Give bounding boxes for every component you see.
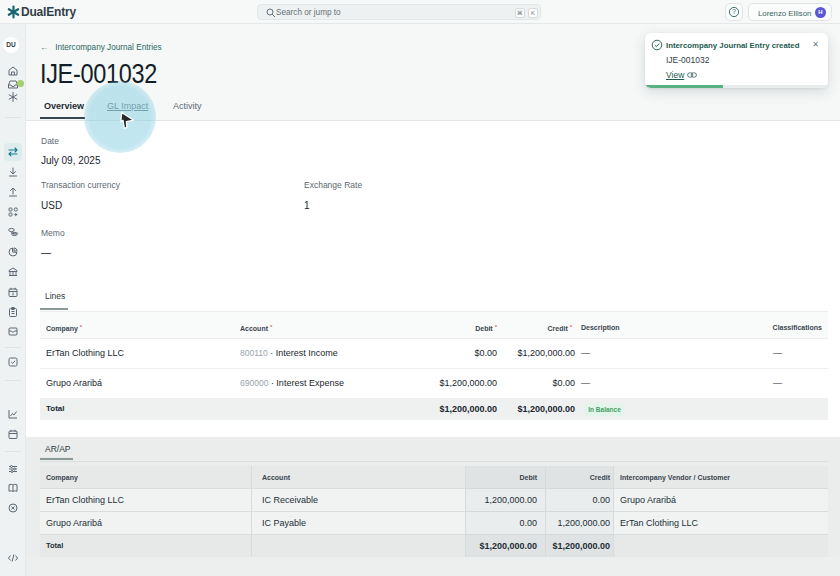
svg-text:?: ? [732, 8, 736, 15]
